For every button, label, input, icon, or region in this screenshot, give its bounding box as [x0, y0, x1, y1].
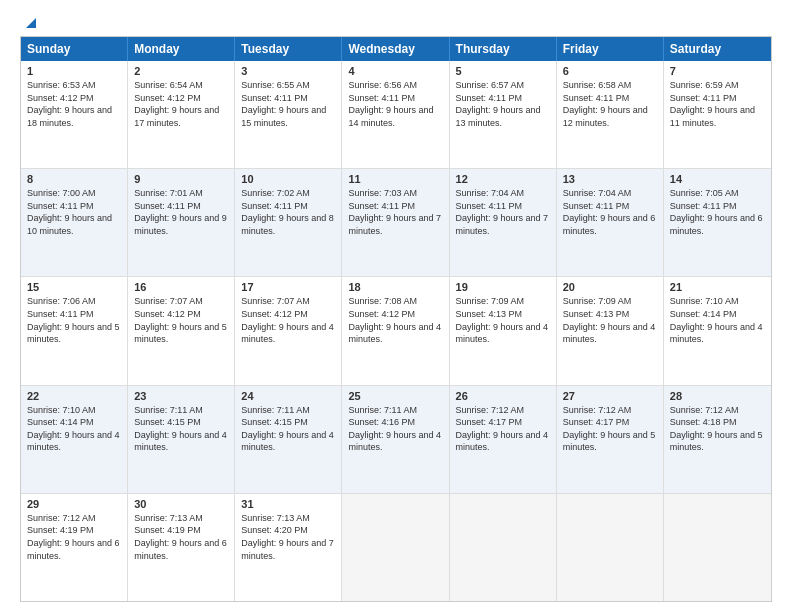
calendar-cell: 6Sunrise: 6:58 AMSunset: 4:11 PMDaylight… [557, 61, 664, 168]
calendar-cell: 23Sunrise: 7:11 AMSunset: 4:15 PMDayligh… [128, 386, 235, 493]
day-info: Sunrise: 7:12 AMSunset: 4:17 PMDaylight:… [456, 404, 550, 454]
day-number: 2 [134, 65, 228, 77]
day-info: Sunrise: 7:11 AMSunset: 4:15 PMDaylight:… [241, 404, 335, 454]
day-info: Sunrise: 7:10 AMSunset: 4:14 PMDaylight:… [670, 295, 765, 345]
calendar-row: 1Sunrise: 6:53 AMSunset: 4:12 PMDaylight… [21, 61, 771, 169]
day-number: 23 [134, 390, 228, 402]
calendar-row: 29Sunrise: 7:12 AMSunset: 4:19 PMDayligh… [21, 494, 771, 601]
day-number: 20 [563, 281, 657, 293]
day-number: 28 [670, 390, 765, 402]
day-info: Sunrise: 7:06 AMSunset: 4:11 PMDaylight:… [27, 295, 121, 345]
day-number: 27 [563, 390, 657, 402]
day-number: 12 [456, 173, 550, 185]
calendar-cell: 15Sunrise: 7:06 AMSunset: 4:11 PMDayligh… [21, 277, 128, 384]
day-info: Sunrise: 7:09 AMSunset: 4:13 PMDaylight:… [456, 295, 550, 345]
day-info: Sunrise: 6:58 AMSunset: 4:11 PMDaylight:… [563, 79, 657, 129]
day-info: Sunrise: 7:08 AMSunset: 4:12 PMDaylight:… [348, 295, 442, 345]
calendar-cell: 8Sunrise: 7:00 AMSunset: 4:11 PMDaylight… [21, 169, 128, 276]
day-number: 3 [241, 65, 335, 77]
calendar-cell: 13Sunrise: 7:04 AMSunset: 4:11 PMDayligh… [557, 169, 664, 276]
day-number: 31 [241, 498, 335, 510]
day-info: Sunrise: 7:02 AMSunset: 4:11 PMDaylight:… [241, 187, 335, 237]
day-number: 18 [348, 281, 442, 293]
day-number: 21 [670, 281, 765, 293]
day-info: Sunrise: 7:03 AMSunset: 4:11 PMDaylight:… [348, 187, 442, 237]
day-number: 22 [27, 390, 121, 402]
calendar-cell: 27Sunrise: 7:12 AMSunset: 4:17 PMDayligh… [557, 386, 664, 493]
calendar-cell: 19Sunrise: 7:09 AMSunset: 4:13 PMDayligh… [450, 277, 557, 384]
calendar-cell: 29Sunrise: 7:12 AMSunset: 4:19 PMDayligh… [21, 494, 128, 601]
day-number: 29 [27, 498, 121, 510]
calendar-cell: 11Sunrise: 7:03 AMSunset: 4:11 PMDayligh… [342, 169, 449, 276]
svg-marker-0 [26, 18, 36, 28]
calendar: SundayMondayTuesdayWednesdayThursdayFrid… [20, 36, 772, 602]
day-number: 7 [670, 65, 765, 77]
day-info: Sunrise: 6:56 AMSunset: 4:11 PMDaylight:… [348, 79, 442, 129]
calendar-cell: 14Sunrise: 7:05 AMSunset: 4:11 PMDayligh… [664, 169, 771, 276]
calendar-cell: 16Sunrise: 7:07 AMSunset: 4:12 PMDayligh… [128, 277, 235, 384]
day-info: Sunrise: 6:53 AMSunset: 4:12 PMDaylight:… [27, 79, 121, 129]
weekday-header: Friday [557, 37, 664, 61]
day-info: Sunrise: 7:07 AMSunset: 4:12 PMDaylight:… [241, 295, 335, 345]
day-number: 4 [348, 65, 442, 77]
weekday-header: Monday [128, 37, 235, 61]
day-info: Sunrise: 7:00 AMSunset: 4:11 PMDaylight:… [27, 187, 121, 237]
logo [20, 16, 40, 26]
calendar-cell: 5Sunrise: 6:57 AMSunset: 4:11 PMDaylight… [450, 61, 557, 168]
calendar-cell-empty [557, 494, 664, 601]
day-number: 19 [456, 281, 550, 293]
day-number: 11 [348, 173, 442, 185]
calendar-cell: 12Sunrise: 7:04 AMSunset: 4:11 PMDayligh… [450, 169, 557, 276]
day-info: Sunrise: 7:13 AMSunset: 4:20 PMDaylight:… [241, 512, 335, 562]
day-number: 1 [27, 65, 121, 77]
weekday-header: Sunday [21, 37, 128, 61]
calendar-cell: 10Sunrise: 7:02 AMSunset: 4:11 PMDayligh… [235, 169, 342, 276]
calendar-cell: 2Sunrise: 6:54 AMSunset: 4:12 PMDaylight… [128, 61, 235, 168]
day-number: 25 [348, 390, 442, 402]
day-info: Sunrise: 6:55 AMSunset: 4:11 PMDaylight:… [241, 79, 335, 129]
calendar-cell-empty [450, 494, 557, 601]
calendar-cell: 25Sunrise: 7:11 AMSunset: 4:16 PMDayligh… [342, 386, 449, 493]
day-number: 9 [134, 173, 228, 185]
day-info: Sunrise: 7:12 AMSunset: 4:18 PMDaylight:… [670, 404, 765, 454]
calendar-header: SundayMondayTuesdayWednesdayThursdayFrid… [21, 37, 771, 61]
day-number: 30 [134, 498, 228, 510]
calendar-row: 8Sunrise: 7:00 AMSunset: 4:11 PMDaylight… [21, 169, 771, 277]
day-info: Sunrise: 7:12 AMSunset: 4:17 PMDaylight:… [563, 404, 657, 454]
calendar-cell: 18Sunrise: 7:08 AMSunset: 4:12 PMDayligh… [342, 277, 449, 384]
weekday-header: Thursday [450, 37, 557, 61]
calendar-cell: 30Sunrise: 7:13 AMSunset: 4:19 PMDayligh… [128, 494, 235, 601]
day-info: Sunrise: 7:04 AMSunset: 4:11 PMDaylight:… [456, 187, 550, 237]
calendar-cell: 21Sunrise: 7:10 AMSunset: 4:14 PMDayligh… [664, 277, 771, 384]
day-info: Sunrise: 6:59 AMSunset: 4:11 PMDaylight:… [670, 79, 765, 129]
day-info: Sunrise: 7:10 AMSunset: 4:14 PMDaylight:… [27, 404, 121, 454]
weekday-header: Saturday [664, 37, 771, 61]
calendar-cell: 9Sunrise: 7:01 AMSunset: 4:11 PMDaylight… [128, 169, 235, 276]
day-number: 16 [134, 281, 228, 293]
logo-arrow-icon [22, 12, 40, 30]
calendar-cell: 26Sunrise: 7:12 AMSunset: 4:17 PMDayligh… [450, 386, 557, 493]
day-info: Sunrise: 7:11 AMSunset: 4:16 PMDaylight:… [348, 404, 442, 454]
calendar-cell-empty [664, 494, 771, 601]
calendar-page: SundayMondayTuesdayWednesdayThursdayFrid… [0, 0, 792, 612]
calendar-cell: 4Sunrise: 6:56 AMSunset: 4:11 PMDaylight… [342, 61, 449, 168]
header [20, 16, 772, 26]
day-info: Sunrise: 7:12 AMSunset: 4:19 PMDaylight:… [27, 512, 121, 562]
day-number: 5 [456, 65, 550, 77]
weekday-header: Tuesday [235, 37, 342, 61]
calendar-cell: 7Sunrise: 6:59 AMSunset: 4:11 PMDaylight… [664, 61, 771, 168]
calendar-cell: 28Sunrise: 7:12 AMSunset: 4:18 PMDayligh… [664, 386, 771, 493]
calendar-cell-empty [342, 494, 449, 601]
calendar-cell: 24Sunrise: 7:11 AMSunset: 4:15 PMDayligh… [235, 386, 342, 493]
day-info: Sunrise: 7:04 AMSunset: 4:11 PMDaylight:… [563, 187, 657, 237]
weekday-header: Wednesday [342, 37, 449, 61]
day-number: 6 [563, 65, 657, 77]
day-number: 8 [27, 173, 121, 185]
day-number: 24 [241, 390, 335, 402]
day-info: Sunrise: 7:13 AMSunset: 4:19 PMDaylight:… [134, 512, 228, 562]
calendar-cell: 31Sunrise: 7:13 AMSunset: 4:20 PMDayligh… [235, 494, 342, 601]
day-number: 15 [27, 281, 121, 293]
day-info: Sunrise: 7:07 AMSunset: 4:12 PMDaylight:… [134, 295, 228, 345]
day-info: Sunrise: 7:05 AMSunset: 4:11 PMDaylight:… [670, 187, 765, 237]
calendar-row: 22Sunrise: 7:10 AMSunset: 4:14 PMDayligh… [21, 386, 771, 494]
